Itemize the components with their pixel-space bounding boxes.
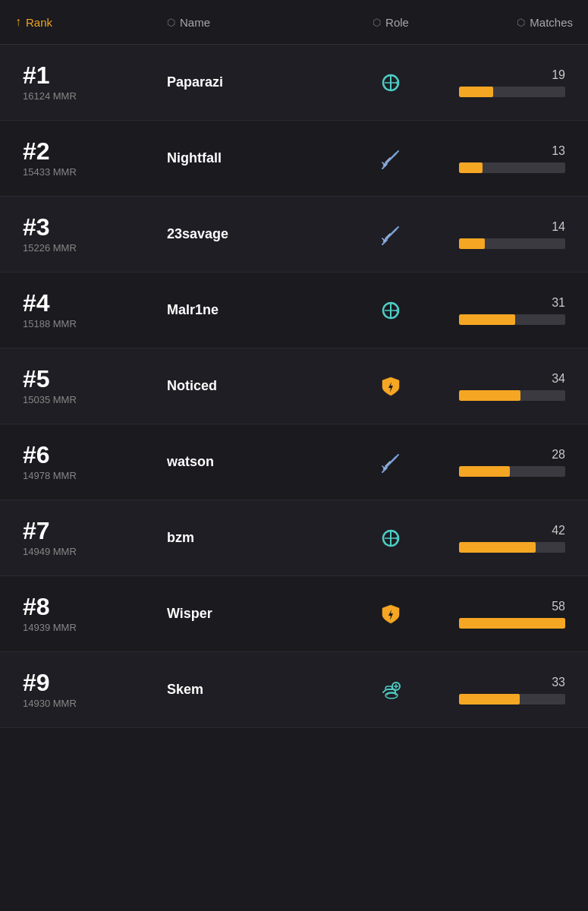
mmr-value: 15226 MMR [23, 242, 77, 254]
match-bar [459, 314, 515, 325]
table-row[interactable]: #4 15188 MMR Malr1ne 31 [0, 273, 588, 348]
svg-line-5 [384, 153, 396, 165]
svg-line-20 [384, 457, 396, 469]
matches-cell: 28 [436, 448, 573, 477]
name-header-label: Name [180, 16, 210, 29]
role-header-cell[interactable]: ⬡ Role [345, 16, 436, 29]
rank-cell: #2 15433 MMR [15, 139, 152, 178]
match-bar-container [459, 390, 565, 401]
matches-cell: 14 [436, 220, 573, 249]
match-bar [459, 618, 565, 629]
player-rows-container: #1 16124 MMR Paparazi 19 #2 15433 MMR Ni… [0, 45, 588, 728]
rank-number: #7 [23, 519, 50, 543]
role-cell [345, 297, 436, 324]
player-name: watson [152, 454, 345, 470]
role-sort-icon: ⬡ [373, 17, 381, 28]
player-name: Wisper [152, 606, 345, 622]
hand-role-icon [377, 676, 404, 704]
mmr-value: 14939 MMR [23, 622, 77, 633]
rank-number: #1 [23, 63, 50, 87]
player-name: Malr1ne [152, 302, 345, 318]
bow-role-icon [377, 297, 404, 324]
player-name: 23savage [152, 226, 345, 242]
table-row[interactable]: #9 14930 MMR Skem 33 [0, 652, 588, 728]
match-count: 58 [552, 600, 565, 613]
table-header: ↑ Rank ⬡ Name ⬡ Role ⬡ Matches [0, 0, 588, 45]
matches-cell: 33 [436, 676, 573, 705]
player-name: Nightfall [152, 150, 345, 166]
rank-number: #5 [23, 367, 50, 391]
shield-role-icon [377, 601, 404, 628]
sword-role-icon [377, 145, 404, 172]
role-cell [345, 601, 436, 628]
name-header-cell[interactable]: ⬡ Name [152, 16, 345, 29]
match-bar-container [459, 618, 565, 629]
rank-cell: #6 14978 MMR [15, 443, 152, 481]
mmr-value: 15188 MMR [23, 318, 77, 329]
svg-line-10 [384, 229, 396, 241]
match-count: 31 [552, 296, 565, 310]
rank-cell: #3 15226 MMR [15, 215, 152, 254]
bow-role-icon [377, 69, 404, 96]
matches-cell: 34 [436, 372, 573, 401]
player-name: Noticed [152, 378, 345, 394]
svg-line-11 [396, 227, 398, 229]
matches-cell: 42 [436, 524, 573, 553]
role-cell [345, 221, 436, 248]
rank-cell: #1 16124 MMR [15, 63, 152, 102]
bow-role-icon [377, 525, 404, 552]
rank-sort-icon: ↑ [15, 15, 21, 29]
match-bar-container [459, 87, 565, 97]
rank-header-cell[interactable]: ↑ Rank [15, 15, 152, 29]
rank-header-label: Rank [26, 16, 52, 29]
sword-role-icon [377, 449, 404, 476]
match-bar-container [459, 466, 565, 477]
mmr-value: 14978 MMR [23, 470, 77, 481]
svg-line-6 [396, 151, 398, 153]
table-row[interactable]: #8 14939 MMR Wisper 58 [0, 576, 588, 652]
table-row[interactable]: #5 15035 MMR Noticed 34 [0, 348, 588, 424]
rank-number: #2 [23, 139, 50, 163]
rank-number: #6 [23, 443, 50, 467]
matches-cell: 19 [436, 68, 573, 97]
matches-cell: 58 [436, 600, 573, 629]
rank-cell: #4 15188 MMR [15, 291, 152, 329]
match-bar [459, 542, 536, 553]
match-bar-container [459, 314, 565, 325]
player-name: Skem [152, 682, 345, 698]
matches-cell: 31 [436, 296, 573, 325]
player-name: Paparazi [152, 74, 345, 90]
table-row[interactable]: #1 16124 MMR Paparazi 19 [0, 45, 588, 121]
match-count: 33 [552, 676, 565, 689]
rank-number: #8 [23, 594, 50, 619]
match-bar [459, 694, 520, 705]
matches-cell: 13 [436, 144, 573, 173]
matches-header-cell[interactable]: ⬡ Matches [436, 16, 573, 29]
match-count: 42 [552, 524, 565, 537]
rank-cell: #9 14930 MMR [15, 670, 152, 709]
role-cell [345, 449, 436, 476]
table-row[interactable]: #7 14949 MMR bzm 42 [0, 500, 588, 576]
match-count: 14 [552, 220, 565, 234]
svg-line-21 [396, 455, 398, 457]
table-row[interactable]: #3 15226 MMR 23savage 14 [0, 197, 588, 273]
shield-role-icon [377, 373, 404, 400]
rank-number: #3 [23, 215, 50, 239]
role-cell [345, 69, 436, 96]
table-row[interactable]: #6 14978 MMR watson 28 [0, 424, 588, 500]
name-sort-icon: ⬡ [167, 17, 175, 28]
match-bar [459, 466, 510, 477]
match-bar [459, 390, 520, 401]
mmr-value: 16124 MMR [23, 90, 77, 102]
matches-header-label: Matches [530, 16, 573, 29]
matches-sort-icon: ⬡ [517, 17, 525, 28]
role-header-label: Role [385, 16, 409, 29]
match-count: 13 [552, 144, 565, 158]
match-bar-container [459, 162, 565, 173]
sword-role-icon [377, 221, 404, 248]
match-count: 34 [552, 372, 565, 386]
table-row[interactable]: #2 15433 MMR Nightfall 13 [0, 121, 588, 197]
mmr-value: 14949 MMR [23, 546, 77, 557]
match-count: 19 [552, 68, 565, 82]
match-bar [459, 87, 493, 97]
